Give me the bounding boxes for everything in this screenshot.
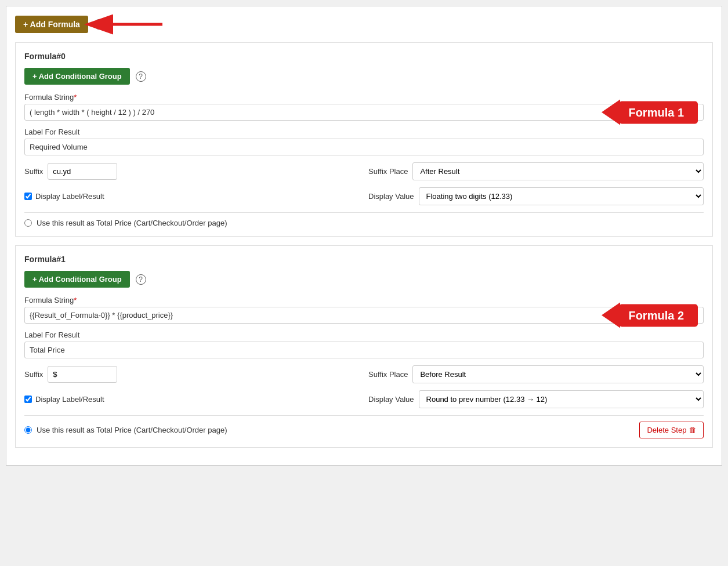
formula-1-suffix-label: Suffix (24, 370, 43, 379)
formula-0-result-label-field: Label For Result (24, 128, 704, 155)
formula-0-suffix-place-label: Suffix Place (368, 167, 408, 176)
formula-1-suffix-place-field: Suffix Place After Result Before Result (368, 365, 704, 383)
formula-0-display-value-label: Display Value (368, 192, 414, 201)
formula-0-display-row: Display Label/Result Display Value Float… (24, 187, 704, 205)
formula-1-display-row: Display Label/Result Display Value Float… (24, 390, 704, 408)
formula-1-help-icon[interactable]: ? (136, 274, 146, 285)
top-bar: + Add Formula ? (15, 15, 713, 34)
formula-1-display-value-label: Display Value (368, 395, 414, 404)
formula-1-total-price-row: Use this result as Total Price (Cart/Che… (24, 422, 704, 438)
formula-1-suffix-row: Suffix Suffix Place After Result Before … (24, 365, 704, 383)
formula-1-string-label: Formula String* (24, 296, 704, 304)
formula-0-add-conditional-button[interactable]: + Add Conditional Group (24, 68, 130, 85)
formula-0-total-price-radio[interactable] (24, 219, 32, 227)
formula-0-btn-row: + Add Conditional Group ? (24, 68, 704, 85)
formula-0-result-label-label: Label For Result (24, 128, 704, 136)
formula-0-suffix-label: Suffix (24, 167, 43, 176)
formula-1-total-price-radio-row: Use this result as Total Price (Cart/Che… (24, 426, 227, 434)
formula-1-add-conditional-button[interactable]: + Add Conditional Group (24, 271, 130, 288)
formula-0-display-value-field: Display Value Floating two digits (12.33… (368, 187, 704, 205)
formula-1-divider (24, 415, 704, 416)
formula-1-result-label-input[interactable] (24, 342, 704, 358)
formula-0-display-label-text: Display Label/Result (35, 192, 104, 201)
formula-0-display-value-select[interactable]: Floating two digits (12.33) Round to pre… (419, 187, 704, 205)
add-formula-help-icon[interactable]: ? (94, 19, 104, 30)
formula-1-block: Formula#1 + Add Conditional Group ? Form… (15, 245, 713, 448)
formula-1-display-label-text: Display Label/Result (35, 395, 104, 404)
formula-0-divider (24, 212, 704, 213)
formula-1-suffix-input[interactable] (48, 366, 117, 383)
formula-1-total-price-label: Use this result as Total Price (Cart/Che… (37, 426, 227, 434)
formula-1-string-input[interactable] (24, 307, 704, 324)
formula-1-string-field: Formula String* Formula 2 (24, 296, 704, 324)
formula-1-suffix-place-select[interactable]: After Result Before Result (412, 365, 704, 383)
formula-1-total-price-radio[interactable] (24, 426, 32, 434)
formula-1-display-value-field: Display Value Floating two digits (12.33… (368, 390, 704, 408)
formula-1-input-container: Formula 2 (24, 307, 704, 324)
top-arrow-svg (110, 15, 168, 34)
formula-0-string-label: Formula String* (24, 93, 704, 101)
formula-1-suffix-field: Suffix (24, 365, 360, 383)
formula-0-string-field: Formula String* Formula 1 (24, 93, 704, 121)
formula-0-block: Formula#0 + Add Conditional Group ? Form… (15, 42, 713, 237)
formula-0-result-label-input[interactable] (24, 139, 704, 155)
formula-0-total-price-label: Use this result as Total Price (Cart/Che… (37, 219, 227, 227)
formula-0-display-label-checkbox[interactable] (24, 193, 32, 200)
formula-1-result-label-label: Label For Result (24, 331, 704, 339)
formula-0-suffix-field: Suffix (24, 162, 360, 180)
formula-0-total-price-row: Use this result as Total Price (Cart/Che… (24, 219, 704, 227)
formula-1-btn-row: + Add Conditional Group ? (24, 271, 704, 288)
formula-0-suffix-place-field: Suffix Place After Result Before Result (368, 162, 704, 180)
formula-1-display-label-checkbox[interactable] (24, 396, 32, 403)
page-wrapper: + Add Formula ? Formula#0 + Add Conditio… (6, 6, 722, 466)
add-formula-button[interactable]: + Add Formula (15, 16, 88, 33)
formula-0-help-icon[interactable]: ? (136, 71, 146, 82)
formula-1-delete-button[interactable]: Delete Step 🗑 (639, 422, 704, 438)
formula-1-display-value-select[interactable]: Floating two digits (12.33) Round to pre… (419, 390, 704, 408)
formula-0-suffix-place-select[interactable]: After Result Before Result (412, 162, 704, 180)
formula-1-title: Formula#1 (24, 255, 704, 264)
formula-0-input-container: Formula 1 (24, 104, 704, 121)
formula-1-suffix-place-label: Suffix Place (368, 370, 408, 379)
formula-0-string-input[interactable] (24, 104, 704, 121)
formula-1-display-label-row: Display Label/Result (24, 390, 360, 408)
formula-0-display-label-row: Display Label/Result (24, 187, 360, 205)
formula-0-suffix-input[interactable] (48, 163, 117, 180)
formula-0-title: Formula#0 (24, 52, 704, 61)
formula-1-result-label-field: Label For Result (24, 331, 704, 358)
formula-0-suffix-row: Suffix Suffix Place After Result Before … (24, 162, 704, 180)
